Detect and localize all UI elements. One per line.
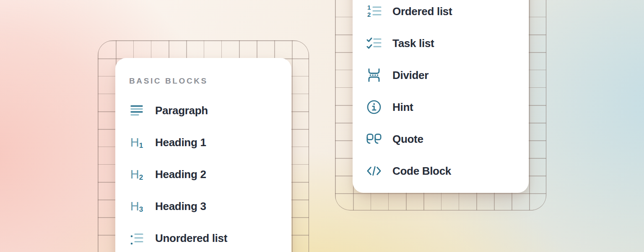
heading-3-icon: H3 [129, 198, 144, 215]
basic-blocks-section-label: BASIC BLOCKS [129, 76, 208, 86]
svg-text:2: 2 [367, 11, 371, 18]
menu-item-task-list[interactable]: Task list [353, 27, 529, 59]
blocks-menu-secondary-items: 12 Ordered list Task list Divider Hint Q… [353, 0, 529, 187]
menu-item-code-block[interactable]: Code Block [353, 155, 529, 187]
heading-1-icon: H1 [129, 134, 144, 151]
svg-text:1: 1 [367, 4, 371, 11]
blocks-menu-secondary: 12 Ordered list Task list Divider Hint Q… [353, 0, 529, 193]
menu-item-paragraph[interactable]: Paragraph [115, 94, 291, 126]
unordered-list-icon [129, 230, 144, 247]
menu-item-unordered-list[interactable]: Unordered list [115, 222, 291, 252]
menu-item-hint[interactable]: Hint [353, 91, 529, 123]
menu-item-heading-3[interactable]: H3 Heading 3 [115, 190, 291, 222]
hint-icon [366, 99, 382, 116]
task-list-icon [366, 35, 382, 52]
menu-item-ordered-list[interactable]: 12 Ordered list [353, 0, 529, 27]
divider-icon [366, 67, 382, 84]
paragraph-icon [129, 102, 144, 119]
code-block-icon [366, 163, 382, 179]
menu-item-heading-2[interactable]: H2 Heading 2 [115, 158, 291, 190]
menu-item-quote[interactable]: Quote [353, 123, 529, 155]
basic-blocks-menu-items: Paragraph H1 Heading 1 H2 Heading 2 H3 H… [115, 94, 291, 252]
insert-block-menus-illustration: BASIC BLOCKS Paragraph H1 Heading 1 H2 H… [0, 0, 644, 252]
ordered-list-icon: 12 [366, 3, 382, 20]
menu-item-heading-1[interactable]: H1 Heading 1 [115, 126, 291, 158]
basic-blocks-menu: BASIC BLOCKS Paragraph H1 Heading 1 H2 H… [115, 58, 291, 252]
menu-item-divider[interactable]: Divider [353, 59, 529, 91]
quote-icon [366, 131, 382, 147]
heading-2-icon: H2 [129, 166, 144, 183]
